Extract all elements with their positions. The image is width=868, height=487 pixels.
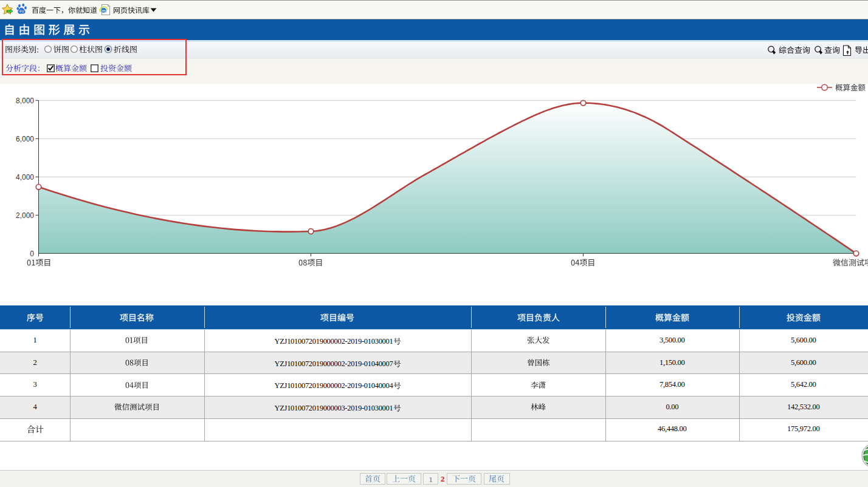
svg-text:2,000: 2,000 bbox=[16, 211, 34, 220]
svg-text:8,000: 8,000 bbox=[16, 97, 34, 105]
svg-text:4,000: 4,000 bbox=[16, 173, 34, 182]
svg-text:6,000: 6,000 bbox=[16, 135, 34, 143]
svg-text:0: 0 bbox=[30, 250, 34, 258]
